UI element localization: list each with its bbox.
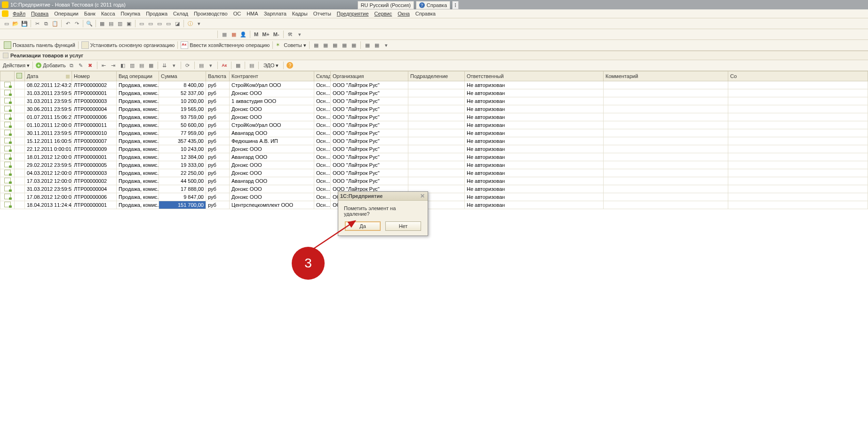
col-header-mark[interactable] <box>15 71 25 81</box>
toolbar-icon[interactable]: ▭ <box>147 20 154 27</box>
refresh-icon[interactable]: ⟳ <box>184 62 191 69</box>
documents-grid[interactable]: Дата Номер Вид операции Сумма Валюта Кон… <box>0 71 868 209</box>
dropdown-icon[interactable]: ▾ <box>382 41 390 49</box>
col-header-date[interactable]: Дата <box>25 71 72 81</box>
col-header-number[interactable]: Номер <box>72 71 117 81</box>
list-settings-icon[interactable]: ▤ <box>248 62 255 69</box>
table-row[interactable]: 17.08.2012 12:00:01ЛТР00000006Продажа, к… <box>0 193 868 201</box>
nav-last-icon[interactable]: ⇥ <box>110 62 117 69</box>
undo-icon[interactable]: ↶ <box>64 20 72 27</box>
open-icon[interactable]: 📂 <box>12 20 19 27</box>
table-row[interactable]: 31.03.2011 23:59:59ЛТР00000003Продажа, к… <box>0 97 868 105</box>
table-row[interactable]: 15.12.2011 16:00:59ЛТР00000007Продажа, к… <box>0 137 868 145</box>
toolbar-icon[interactable]: ▦ <box>364 41 371 49</box>
col-header-responsible[interactable]: Ответственный <box>465 71 604 81</box>
settings-icon[interactable]: 🛠 <box>287 31 294 38</box>
menu-personnel[interactable]: Кадры <box>290 10 310 17</box>
toolbar-icon[interactable]: ◪ <box>174 20 181 27</box>
calc-icon[interactable]: ▦ <box>221 31 228 38</box>
show-function-panel-button[interactable]: Показать панель функций <box>4 41 75 49</box>
col-header-extra[interactable]: Со <box>728 71 868 81</box>
table-row[interactable]: 17.03.2012 12:00:00ЛТР00000002Продажа, к… <box>0 177 868 185</box>
table-row[interactable]: 01.10.2011 12:00:00ЛТР00000011Продажа, к… <box>0 121 868 129</box>
paste-icon[interactable]: 📋 <box>51 20 59 27</box>
toolbar-icon[interactable]: ▦ <box>373 41 381 49</box>
memory-mplus-button[interactable]: M+ <box>261 31 271 37</box>
filter-icon[interactable]: ◧ <box>119 62 127 69</box>
menu-sale[interactable]: Продажа <box>143 10 170 17</box>
copy-row-icon[interactable]: ⧉ <box>68 62 75 69</box>
menu-enterprise[interactable]: Предприятие <box>334 10 371 17</box>
toolbar-icon[interactable]: ▦ <box>350 41 358 49</box>
menu-purchase[interactable]: Покупка <box>119 10 143 17</box>
post-dropdown-icon[interactable]: ▾ <box>170 62 178 69</box>
calendar-icon[interactable]: ▦ <box>230 31 238 38</box>
menu-help[interactable]: Справка <box>413 10 438 17</box>
menu-os[interactable]: ОС <box>231 10 244 17</box>
menu-file[interactable]: Файл <box>10 10 28 17</box>
structure-icon[interactable]: ▦ <box>234 62 242 69</box>
edit-row-icon[interactable]: ✎ <box>77 62 85 69</box>
help-icon[interactable]: ? <box>287 62 293 69</box>
no-button[interactable]: Нет <box>385 221 421 231</box>
redo-icon[interactable]: ↷ <box>73 20 80 27</box>
user-icon[interactable]: 👤 <box>239 31 247 38</box>
col-header-contractor[interactable]: Контрагент <box>230 71 314 81</box>
help-button[interactable]: ? Справка <box>416 1 450 9</box>
col-header-icon[interactable] <box>0 71 15 81</box>
menu-nma[interactable]: НМА <box>244 10 260 17</box>
table-row[interactable]: 18.01.2012 12:00:02ЛТР00000001Продажа, к… <box>0 153 868 161</box>
actions-dropdown[interactable]: Действия▾ <box>3 63 30 69</box>
menu-bank[interactable]: Банк <box>82 10 98 17</box>
advice-button[interactable]: ✶ Советы ▾ <box>276 42 306 48</box>
toolbar-icon[interactable]: ▣ <box>125 20 133 27</box>
based-on-icon[interactable]: ▤ <box>198 62 205 69</box>
nav-first-icon[interactable]: ⇤ <box>100 62 108 69</box>
close-icon[interactable]: ✕ <box>419 193 426 199</box>
toolbar-icon[interactable]: ▦ <box>331 41 339 49</box>
table-row[interactable]: 30.06.2011 23:59:59ЛТР00000004Продажа, к… <box>0 105 868 113</box>
col-header-warehouse[interactable]: Склад <box>314 71 331 81</box>
menu-windows[interactable]: Окна <box>395 10 412 17</box>
memory-m-button[interactable]: M <box>253 31 259 37</box>
dt-kt-icon[interactable]: Ак <box>221 62 228 69</box>
toolbar-icon[interactable]: ▦ <box>322 41 329 49</box>
col-header-org[interactable]: Организация <box>331 71 408 81</box>
memory-mminus-button[interactable]: M- <box>272 31 280 37</box>
toolbar-icon[interactable]: ▭ <box>165 20 172 27</box>
col-header-currency[interactable]: Валюта <box>206 71 230 81</box>
enter-operation-button[interactable]: Ак Ввести хозяйственную операцию <box>181 41 270 49</box>
toolbar-icon[interactable]: ▦ <box>341 41 348 49</box>
col-header-optype[interactable]: Вид операции <box>117 71 159 81</box>
menu-kassa[interactable]: Касса <box>99 10 118 17</box>
filter-list-icon[interactable]: ▤ <box>138 62 145 69</box>
toolbar-icon[interactable]: ▭ <box>156 20 163 27</box>
table-row[interactable]: 18.04.2013 11:24:40ЛТР00000001Продажа, к… <box>0 201 868 209</box>
copy-icon[interactable]: ⧉ <box>42 20 50 27</box>
dropdown-icon[interactable]: ▾ <box>296 31 303 38</box>
toolbar-icon[interactable]: ▦ <box>98 20 106 27</box>
clear-filter-icon[interactable]: ▦ <box>147 62 155 69</box>
table-row[interactable]: 08.02.2011 12:43:21ЛТР00000002Продажа, к… <box>0 81 868 89</box>
toolbar-icon[interactable]: ▥ <box>116 20 124 27</box>
table-row[interactable]: 30.11.2011 23:59:59ЛТР00000010Продажа, к… <box>0 129 868 137</box>
col-header-department[interactable]: Подразделение <box>408 71 465 81</box>
edo-dropdown[interactable]: ЭДО▾ <box>262 63 281 69</box>
info-icon[interactable]: ⓘ <box>186 20 194 27</box>
dropdown-icon[interactable]: ▾ <box>195 20 203 27</box>
based-on-dropdown-icon[interactable]: ▾ <box>207 62 215 69</box>
table-row[interactable]: 04.03.2012 12:00:00ЛТР00000003Продажа, к… <box>0 169 868 177</box>
save-icon[interactable]: 💾 <box>21 20 28 27</box>
table-row[interactable]: 31.03.2011 23:59:59ЛТР00000001Продажа, к… <box>0 89 868 97</box>
table-row[interactable]: 29.02.2012 23:59:59ЛТР00000005Продажа, к… <box>0 161 868 169</box>
post-doc-icon[interactable]: ⇊ <box>161 62 168 69</box>
toolbar-icon[interactable]: ▤ <box>107 20 115 27</box>
menu-edit[interactable]: Правка <box>29 10 51 17</box>
menu-production[interactable]: Производство <box>191 10 230 17</box>
find-icon[interactable]: 🔍 <box>86 20 93 27</box>
language-button[interactable]: RU Русский (Россия) <box>358 1 414 9</box>
toolbar-icon[interactable]: ▭ <box>138 20 145 27</box>
new-icon[interactable]: ▭ <box>3 20 10 27</box>
menu-warehouse[interactable]: Склад <box>171 10 191 17</box>
toolbar-icon[interactable]: ▦ <box>312 41 320 49</box>
